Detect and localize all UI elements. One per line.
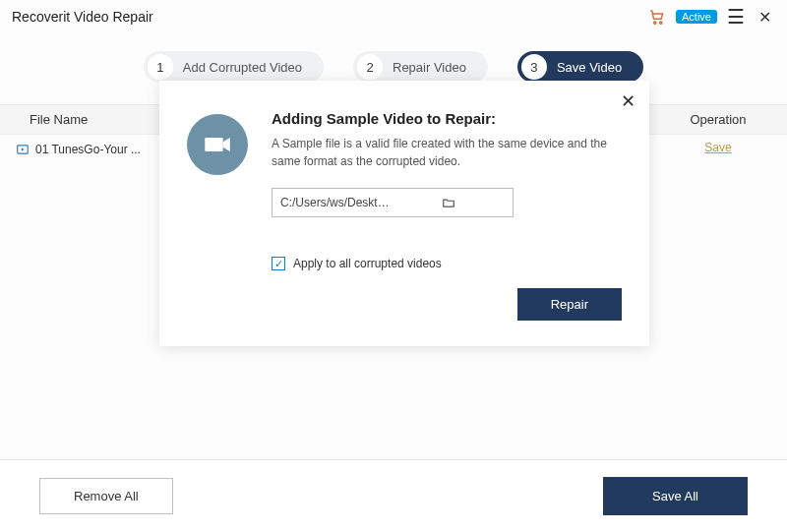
dialog-title: Adding Sample Video to Repair: [272,110,622,127]
sample-path-input[interactable]: C:/Users/ws/Desktop/02.mp4 [272,188,514,217]
close-icon[interactable]: ✕ [755,8,775,27]
save-all-button[interactable]: Save All [603,477,748,515]
svg-point-0 [654,22,656,24]
step-add-video[interactable]: 1 Add Corrupted Video [144,51,324,83]
path-text: C:/Users/ws/Desktop/02.mp4 [280,196,393,209]
camera-icon [187,114,248,175]
progress-stepper: 1 Add Corrupted Video 2 Repair Video 3 S… [0,51,787,83]
cart-icon[interactable] [648,8,666,26]
bottom-bar: Remove All Save All [0,459,787,532]
step-label: Save Video [557,60,622,75]
svg-point-1 [660,22,662,24]
video-file-icon [16,143,30,156]
app-title: Recoverit Video Repair [12,9,648,25]
title-bar: Recoverit Video Repair Active ☰ ✕ [0,0,787,33]
cell-operation: Save [649,141,787,158]
sample-video-dialog: ✕ Adding Sample Video to Repair: A Sampl… [159,81,649,346]
remove-all-button[interactable]: Remove All [39,478,173,514]
step-repair-video[interactable]: 2 Repair Video [353,51,488,83]
apply-all-label: Apply to all corrupted videos [293,257,442,270]
browse-folder-icon[interactable] [393,195,505,210]
apply-all-row: ✓ Apply to all corrupted videos [272,257,622,270]
dialog-description: A Sample file is a valid file created wi… [272,135,622,170]
step-number: 1 [148,54,173,80]
menu-icon[interactable]: ☰ [727,7,745,27]
apply-all-checkbox[interactable]: ✓ [272,257,285,270]
step-number: 2 [357,54,383,80]
step-label: Add Corrupted Video [183,60,302,75]
step-label: Repair Video [393,60,466,75]
col-header-operation: Operation [649,105,787,134]
svg-rect-3 [205,138,222,151]
dialog-close-icon[interactable]: ✕ [621,90,636,112]
step-number: 3 [521,54,547,80]
step-save-video[interactable]: 3 Save Video [517,51,643,83]
active-badge: Active [676,10,717,24]
header-actions: Active ☰ ✕ [648,7,775,27]
filename-text: 01 TunesGo-Your ... [35,143,141,156]
save-link[interactable]: Save [704,141,731,154]
repair-button[interactable]: Repair [517,288,622,321]
